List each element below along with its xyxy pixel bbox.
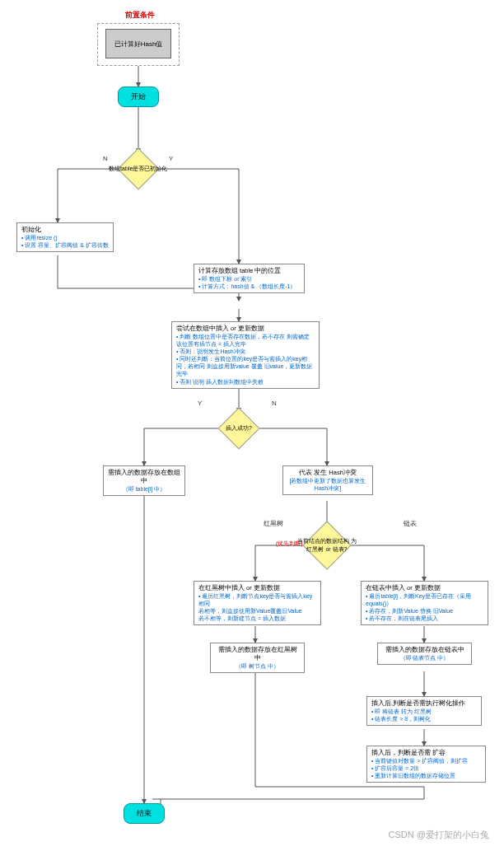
- decision-node-structure: 当前结点的数据结构 为 红黑树 or 链表?: [302, 521, 351, 569]
- rbtree-stored: 需插入的数据存放在红黑树中 （即 树节点 中）: [210, 643, 305, 673]
- decision-structure-l1: 当前结点的数据结构 为: [297, 537, 357, 545]
- try-insert-l1: • 判断 数组位置中是否存在数据，若不存在 则需确定该位置有插节点 = 插入完毕: [176, 333, 315, 348]
- treeify-title: 插入后,判断是否需执行树化操作: [371, 699, 477, 708]
- rbtree-insert-process: 在红黑树中插入 or 更新数据 • 遍历红黑树，判断节点key是否与需插入key…: [194, 581, 321, 625]
- label-y: Y: [169, 155, 173, 162]
- try-insert-title: 尝试在数组中插入 or 更新数据: [176, 325, 315, 333]
- rbtree-stored-sub: （即 树节点 中）: [215, 662, 300, 670]
- precondition-container: 已计算好Hash值: [97, 23, 180, 66]
- calc-position-process: 计算存放数组 table 中的位置 • 即 数组下标 or 索引 • 计算方式：…: [194, 264, 305, 293]
- resize-title: 插入后，判断是否需 扩容: [371, 749, 481, 757]
- decision-insert-success-text: 插入成功?: [226, 424, 252, 433]
- init-process: 初始化 • 调用resize () • 设置 容量、扩容阀值 & 扩容倍数: [16, 222, 114, 252]
- branch-linked-label: 链表: [404, 519, 417, 528]
- structure-hint: (优先判断): [276, 540, 303, 548]
- linked-insert-title: 在链表中插入 or 更新数据: [366, 584, 483, 592]
- resize-l2: • 扩容后容量 = 2倍: [371, 764, 481, 772]
- linked-insert-l3: • 若不存在，则在链表尾插入: [366, 615, 483, 622]
- stored-array-title: 需插入的数据存放在数组中: [108, 469, 180, 485]
- try-insert-l3: • 同时还判断：当前位置的key是否与需插入的key相同，若相同 则直接用新va…: [176, 355, 315, 377]
- decision-structure-text: 当前结点的数据结构 为 红黑树 or 链表?: [297, 537, 357, 554]
- stored-array-sub: （即 table[i] 中）: [108, 485, 180, 493]
- rbtree-insert-l2: 若相等，则直接使用新Value覆盖旧Value: [198, 607, 316, 615]
- end-node: 结束: [124, 803, 165, 824]
- try-insert-l2: • 否则：说明发生Hash冲突: [176, 348, 315, 355]
- hash-conflict-sub: [若数组中更新了数据也算发生Hash冲突]: [287, 477, 368, 492]
- calc-pos-l2: • 计算方式：hash值 & （数组长度-1）: [198, 283, 300, 290]
- precondition-box: 已计算好Hash值: [105, 29, 171, 58]
- start-node: 开始: [118, 87, 159, 107]
- linked-insert-l1: • 遍历table[i]，判断Key是否已存在（采用equals()）: [366, 592, 483, 607]
- resize-check-process: 插入后，判断是否需 扩容 • 当前键值对数量 > 扩容阀值，则扩容 • 扩容后容…: [366, 746, 486, 783]
- decision-structure-l2: 红黑树 or 链表?: [297, 545, 357, 554]
- precondition-label: 前置条件: [107, 10, 173, 21]
- hash-conflict: 代表 发生 Hash冲突 [若数组中更新了数据也算发生Hash冲突]: [282, 465, 373, 495]
- hash-conflict-title: 代表 发生 Hash冲突: [287, 469, 368, 477]
- treeify-l2: • 链表长度 > 8，则树化: [371, 715, 477, 722]
- branch-rbtree-label: 红黑树: [264, 519, 283, 528]
- rbtree-stored-title: 需插入的数据存放在红黑树中: [215, 646, 300, 662]
- stored-in-array: 需插入的数据存放在数组中 （即 table[i] 中）: [103, 465, 185, 496]
- calc-pos-l1: • 即 数组下标 or 索引: [198, 275, 300, 283]
- treeify-process: 插入后,判断是否需执行树化操作 • 即 将链表 转为 红黑树 • 链表长度 > …: [366, 696, 482, 726]
- init-l1: • 调用resize (): [21, 234, 109, 241]
- resize-l1: • 当前键值对数量 > 扩容阀值，则扩容: [371, 757, 481, 764]
- insert-ok-y: Y: [198, 400, 202, 407]
- insert-ok-n: N: [272, 400, 277, 407]
- decision-table-initialized: 数组table是否已初始化: [118, 148, 160, 190]
- init-l2: • 设置 容量、扩容阀值 & 扩容倍数: [21, 241, 109, 249]
- flowchart-canvas: 前置条件 已计算好Hash值 开始 数组table是否已初始化 N Y 初始化 …: [8, 8, 496, 843]
- linked-insert-process: 在链表中插入 or 更新数据 • 遍历table[i]，判断Key是否已存在（采…: [361, 581, 488, 625]
- label-n: N: [103, 155, 108, 162]
- try-insert-l4: • 否则 说明 插入数据到数组中失败: [176, 378, 315, 386]
- rbtree-insert-title: 在红黑树中插入 or 更新数据: [198, 584, 316, 592]
- linked-insert-l2: • 若存在，则新Value 替换 旧Value: [366, 607, 483, 615]
- decision-table-initialized-text: 数组table是否已初始化: [109, 165, 167, 173]
- watermark: CSDN @爱打架的小白兔: [389, 829, 489, 841]
- try-insert-process: 尝试在数组中插入 or 更新数据 • 判断 数组位置中是否存在数据，若不存在 则…: [171, 321, 320, 389]
- linked-stored: 需插入的数据存放在链表中 （即 链表节点 中）: [377, 643, 472, 665]
- rbtree-insert-l3: 若不相等，则新建节点 = 插入数据: [198, 615, 316, 622]
- calc-pos-title: 计算存放数组 table 中的位置: [198, 267, 300, 275]
- init-title: 初始化: [21, 226, 109, 234]
- linked-stored-title: 需插入的数据存放在链表中: [382, 646, 467, 654]
- resize-l3: • 重新计算旧数组的数据存储位置: [371, 772, 481, 779]
- rbtree-insert-l1: • 遍历红黑树，判断节点key是否与需插入key相同: [198, 592, 316, 607]
- treeify-l1: • 即 将链表 转为 红黑树: [371, 708, 477, 715]
- decision-insert-success: 插入成功?: [218, 408, 260, 450]
- linked-stored-sub: （即 链表节点 中）: [382, 654, 467, 662]
